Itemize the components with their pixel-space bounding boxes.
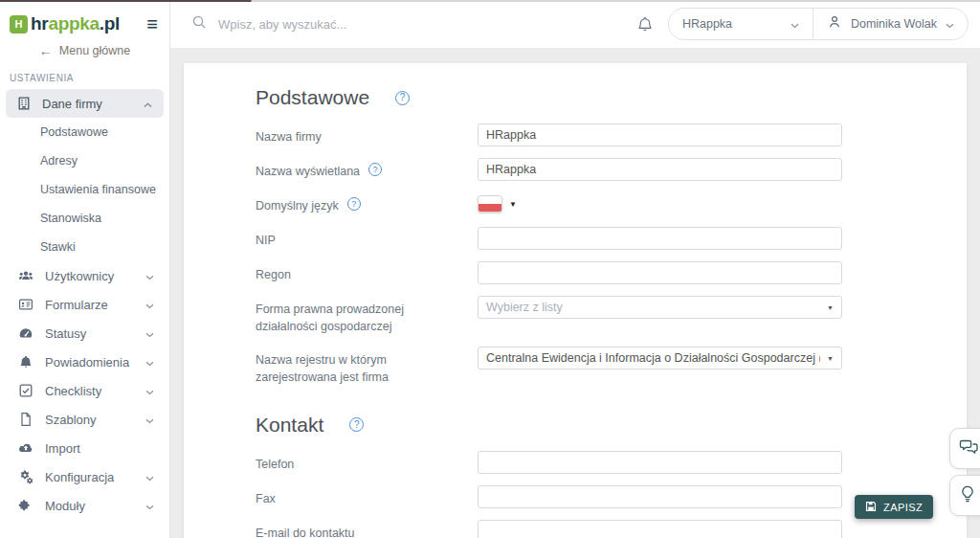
window-top-edge [0, 0, 980, 2]
user-icon [827, 14, 842, 34]
email-kontakt-input[interactable] [478, 520, 842, 538]
chevron-down-icon [791, 15, 799, 33]
chevron-up-icon [144, 97, 152, 111]
sidebar-section-label: USTAWIENIA [10, 73, 169, 83]
subitem-label: Adresy [40, 154, 78, 168]
field-label: NIP [256, 232, 276, 249]
topbar-right: HRappka Dominika Wolak [636, 8, 969, 40]
form-field-nazwa-wyswietlana: Nazwa wyświetlana ? [256, 158, 909, 181]
chat-widget-button[interactable] [949, 428, 980, 469]
help-icon[interactable]: ? [368, 163, 382, 176]
help-icon[interactable]: ? [349, 417, 364, 432]
sidebar-item-formularze[interactable]: Formularze [0, 290, 169, 319]
help-icon[interactable]: ? [395, 91, 410, 105]
sidebar-item-statusy[interactable]: Statusy [0, 319, 169, 347]
user-menu[interactable]: Dominika Wolak [813, 9, 968, 39]
form-field-regon: Regon [256, 261, 909, 284]
sidebar-subitem-stawki[interactable]: Stawki [0, 233, 169, 261]
field-label: Forma prawna prowadzonej działalności go… [256, 301, 455, 335]
sidebar-item-label: Szablony [45, 413, 96, 427]
chevron-down-icon [946, 15, 954, 33]
sidebar-item-dane-firmy[interactable]: Dane firmy [6, 89, 164, 118]
caret-down-icon: ▼ [509, 200, 517, 209]
main-content: Podstawowe ? Nazwa firmy Nazwa wyświetla… [170, 49, 980, 538]
sidebar: H hrappka.pl ≡ ← Menu główne USTAWIENIA … [0, 0, 170, 538]
chevron-down-icon [145, 470, 154, 484]
logo-text-pl: .pl [100, 13, 120, 34]
regon-input[interactable] [478, 261, 842, 284]
sidebar-item-label: Powiadomienia [45, 355, 129, 370]
app-window: H hrappka.pl ≡ ← Menu główne USTAWIENIA … [0, 0, 980, 538]
sidebar-subitem-adresy[interactable]: Adresy [0, 146, 169, 175]
user-name: Dominika Wolak [851, 17, 937, 31]
check-square-icon [18, 383, 33, 398]
help-icon[interactable]: ? [347, 197, 361, 211]
sidebar-item-label: Checklisty [45, 384, 101, 398]
fax-input[interactable] [478, 485, 842, 508]
select-placeholder: Wybierz z listy [486, 301, 563, 314]
field-label: Telefon [256, 456, 294, 473]
chat-bubbles-icon [959, 438, 979, 460]
tips-widget-button[interactable] [949, 475, 980, 516]
field-label: E-mail do kontaktu [256, 525, 355, 538]
sidebar-item-uzytkownicy[interactable]: Użytkownicy [0, 261, 169, 290]
id-card-icon [18, 297, 33, 312]
language-selector[interactable]: ▼ [478, 192, 842, 213]
save-button[interactable]: ZAPISZ [855, 495, 933, 519]
form-field-nip: NIP [256, 227, 909, 250]
sidebar-item-szablony[interactable]: Szablony [0, 405, 169, 434]
sidebar-item-label: Import [45, 441, 80, 456]
sidebar-subitem-ustawienia-finansowe[interactable]: Ustawienia finansowe [0, 175, 169, 204]
subitem-label: Podstawowe [40, 125, 108, 139]
sidebar-item-label: Konfiguracja [45, 470, 114, 484]
topbar: HRappka Dominika Wolak [170, 0, 980, 49]
sidebar-nav: Użytkownicy Formularze Statusy [0, 261, 169, 520]
sidebar-item-konfiguracja[interactable]: Konfiguracja [0, 462, 169, 491]
form-field-telefon: Telefon [256, 451, 909, 474]
nip-input[interactable] [478, 227, 842, 250]
search-input[interactable] [216, 16, 484, 33]
back-to-main-menu-link[interactable]: ← Menu główne [0, 43, 169, 58]
sidebar-item-powiadomienia[interactable]: Powiadomienia [0, 347, 169, 376]
back-link-label: Menu główne [59, 44, 130, 57]
save-button-label: ZAPISZ [883, 502, 923, 513]
field-label: Domyślny język [256, 197, 339, 214]
logo-text-appka: appka [48, 13, 99, 34]
search-icon [191, 14, 207, 34]
sidebar-subitem-stanowiska[interactable]: Stanowiska [0, 204, 169, 233]
sidebar-item-label: Użytkownicy [45, 269, 114, 283]
telefon-input[interactable] [478, 451, 842, 474]
tachometer-icon [18, 325, 33, 341]
notifications-bell-icon[interactable] [636, 15, 654, 34]
sidebar-subitem-podstawowe[interactable]: Podstawowe [0, 118, 169, 146]
forma-prawna-select[interactable]: Wybierz z listy ▼ [478, 296, 842, 319]
caret-down-icon: ▼ [827, 304, 834, 311]
users-icon [18, 268, 33, 283]
file-icon [18, 412, 33, 427]
form-field-nazwa-firmy: Nazwa firmy [256, 123, 909, 146]
logo-text-hr: hr [31, 13, 48, 34]
field-label: Regon [256, 266, 291, 283]
nazwa-rejestru-select[interactable]: Centralna Ewidencja i Informacja o Dział… [478, 347, 842, 370]
hrappka-logo[interactable]: H hrappka.pl [10, 13, 120, 34]
section-title: Podstawowe [256, 86, 369, 109]
sidebar-item-label: Dane firmy [42, 97, 102, 111]
topbar-pill: HRappka Dominika Wolak [668, 8, 969, 40]
cloud-upload-icon [18, 440, 33, 456]
section-title: Kontakt [256, 414, 323, 437]
chevron-down-icon [145, 413, 154, 427]
sidebar-item-checklisty[interactable]: Checklisty [0, 376, 169, 405]
sidebar-item-moduly[interactable]: Moduły [0, 491, 169, 520]
sidebar-item-import[interactable]: Import [0, 434, 169, 462]
sidebar-item-label: Formularze [45, 298, 108, 312]
company-selector[interactable]: HRappka [669, 9, 813, 39]
company-selector-value: HRappka [682, 17, 732, 31]
subitem-label: Stanowiska [40, 212, 101, 225]
nazwa-wyswietlana-input[interactable] [478, 158, 842, 181]
hamburger-menu-icon[interactable]: ≡ [146, 14, 158, 34]
subitem-label: Ustawienia finansowe [40, 183, 156, 196]
nazwa-firmy-input[interactable] [478, 123, 842, 146]
form-field-forma-prawna: Forma prawna prowadzonej działalności go… [256, 296, 909, 335]
select-value: Centralna Ewidencja i Informacja o Dział… [486, 351, 820, 365]
section-podstawowe-header: Podstawowe ? [256, 86, 909, 109]
